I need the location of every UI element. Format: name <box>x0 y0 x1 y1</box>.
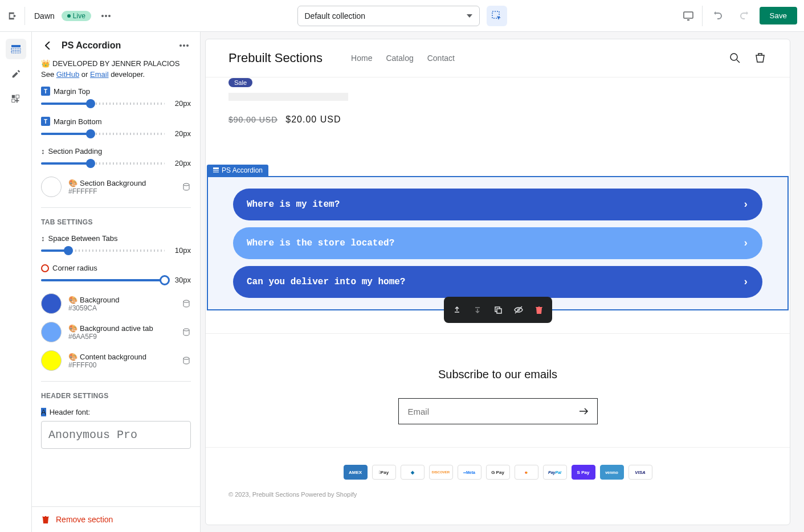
header-font-box[interactable]: Anonymous Pro <box>41 421 191 449</box>
footer-store-link[interactable]: Prebuilt Sections <box>252 491 300 498</box>
content-bg-hex: #FFFF00 <box>68 361 175 369</box>
nav-catalog[interactable]: Catalog <box>386 54 413 63</box>
rail-theme-button[interactable] <box>6 64 26 84</box>
accordion-section[interactable]: PS Accordion Where is my item? › Where i… <box>207 176 789 310</box>
space-tabs-label: Space Between Tabs <box>48 234 118 243</box>
dynamic-source-icon[interactable] <box>182 328 191 337</box>
header-font-label: Header font: <box>50 408 91 416</box>
section-padding-slider[interactable] <box>41 162 165 165</box>
content-bg-swatch[interactable] <box>41 350 62 371</box>
exit-icon <box>7 11 18 21</box>
live-badge-text: Live <box>73 12 85 20</box>
accordion-item-2-label: Where is the store located? <box>247 238 394 248</box>
save-button[interactable]: Save <box>760 7 797 24</box>
more-button[interactable] <box>98 8 114 24</box>
pay-gpay: G Pay <box>486 465 510 480</box>
dynamic-source-icon[interactable] <box>182 299 191 308</box>
tab-bg-swatch[interactable] <box>41 293 62 314</box>
hide-button[interactable] <box>509 300 528 320</box>
move-up-icon <box>452 305 462 314</box>
svg-point-17 <box>183 357 189 359</box>
margin-top-slider[interactable] <box>41 103 165 105</box>
margin-bottom-icon: T <box>41 117 50 126</box>
accordion-item-2[interactable]: Where is the store located? › <box>233 227 762 259</box>
setting-section-bg: 🎨 Section Background #FFFFFF <box>41 177 191 197</box>
duplicate-button[interactable] <box>488 300 508 320</box>
subscribe-button[interactable] <box>571 407 597 415</box>
github-link[interactable]: GitHub <box>56 70 79 79</box>
section-padding-label: Section Padding <box>48 147 103 155</box>
setting-margin-bottom: TMargin Bottom 20px <box>41 117 191 138</box>
space-tabs-slider[interactable] <box>41 249 165 252</box>
move-down-button[interactable] <box>468 300 487 320</box>
chevron-right-icon: › <box>742 276 749 288</box>
dev-links: See GitHub or Email developer. <box>41 70 191 79</box>
accordion-item-3[interactable]: Can you deliver into my home? › <box>233 266 762 298</box>
margin-bottom-slider[interactable] <box>41 133 165 135</box>
rail-apps-button[interactable] <box>6 89 26 109</box>
dynamic-source-icon[interactable] <box>182 356 191 365</box>
move-up-button[interactable] <box>447 300 467 320</box>
page-select[interactable]: Default collection <box>297 6 480 26</box>
svg-rect-9 <box>16 95 19 98</box>
content-bg-label-row: 🎨 Content background <box>68 353 175 361</box>
sidebar-title: PS Accordion <box>62 40 170 51</box>
preview-scroll[interactable]: Prebuilt Sections Home Catalog Contact S… <box>205 39 790 525</box>
accordion-item-1[interactable]: Where is my item? › <box>233 189 762 220</box>
inspector-icon <box>491 10 503 22</box>
dev-see: See <box>41 70 56 79</box>
arrow-right-icon <box>579 407 589 415</box>
margin-top-icon: T <box>41 87 50 96</box>
more-icon <box>179 44 189 47</box>
pay-venmo: venmo <box>600 465 624 480</box>
svg-rect-23 <box>497 309 501 313</box>
inspector-button[interactable] <box>487 6 507 26</box>
trash-icon <box>534 305 544 314</box>
space-icon: ↕ <box>41 234 45 243</box>
undo-button[interactable] <box>709 7 728 25</box>
topbar-left: Dawn Live <box>7 7 291 25</box>
margin-top-label: Margin Top <box>54 87 90 96</box>
device-button[interactable] <box>682 6 703 26</box>
dynamic-source-icon[interactable] <box>182 182 191 191</box>
svg-rect-21 <box>213 171 219 173</box>
search-button[interactable] <box>728 51 742 65</box>
setting-tab-bg: 🎨 Background #3059CA <box>41 293 191 314</box>
corner-radius-slider[interactable] <box>41 279 165 281</box>
store-title[interactable]: Prebuilt Sections <box>228 51 323 66</box>
nav-contact[interactable]: Contact <box>427 54 455 63</box>
email-link[interactable]: Email <box>90 70 109 79</box>
margin-top-label-row: TMargin Top <box>41 87 191 96</box>
email-input[interactable] <box>399 407 571 416</box>
corner-radius-slider-row: 30px <box>41 276 191 284</box>
back-button[interactable] <box>41 39 55 52</box>
remove-section-label: Remove section <box>56 515 113 524</box>
space-tabs-slider-row: 10px <box>41 246 191 255</box>
sections-icon <box>10 43 22 55</box>
tab-bg-label-row: 🎨 Background <box>68 296 175 304</box>
nav-home[interactable]: Home <box>351 54 372 63</box>
remove-section-button[interactable]: Remove section <box>32 506 200 532</box>
payment-row: AMEX Pay ◈ DISCOVER ∞Meta G Pay ●● PayP… <box>206 447 790 485</box>
setting-section-padding: ↕Section Padding 20px <box>41 147 191 167</box>
footer-powered: Powered by Shopify <box>299 491 357 498</box>
cart-button[interactable] <box>753 51 767 65</box>
search-icon <box>728 51 742 65</box>
section-bg-swatch[interactable] <box>41 177 62 197</box>
pay-meta: ∞Meta <box>458 465 481 480</box>
redo-button[interactable] <box>734 7 753 25</box>
accordion-tag-label: PS Accordion <box>222 166 263 174</box>
footer-copyright: © 2023, <box>228 491 252 498</box>
delete-button[interactable] <box>529 300 549 320</box>
sidebar-scroll[interactable]: 👑 DEVELOPED BY JENNER PALACIOS See GitHu… <box>32 59 200 506</box>
tab-settings-heading: TAB SETTINGS <box>41 207 191 226</box>
exit-button[interactable] <box>7 7 25 25</box>
section-bg-hex: #FFFFFF <box>68 187 175 195</box>
product-placeholder <box>228 93 348 101</box>
rail-sections-button[interactable] <box>6 39 26 59</box>
accordion-item-3-label: Can you deliver into my home? <box>247 277 405 287</box>
sidebar-more-button[interactable] <box>177 39 191 52</box>
tab-active-bg-swatch[interactable] <box>41 322 62 342</box>
more-icon <box>101 15 111 17</box>
duplicate-icon <box>493 305 503 314</box>
